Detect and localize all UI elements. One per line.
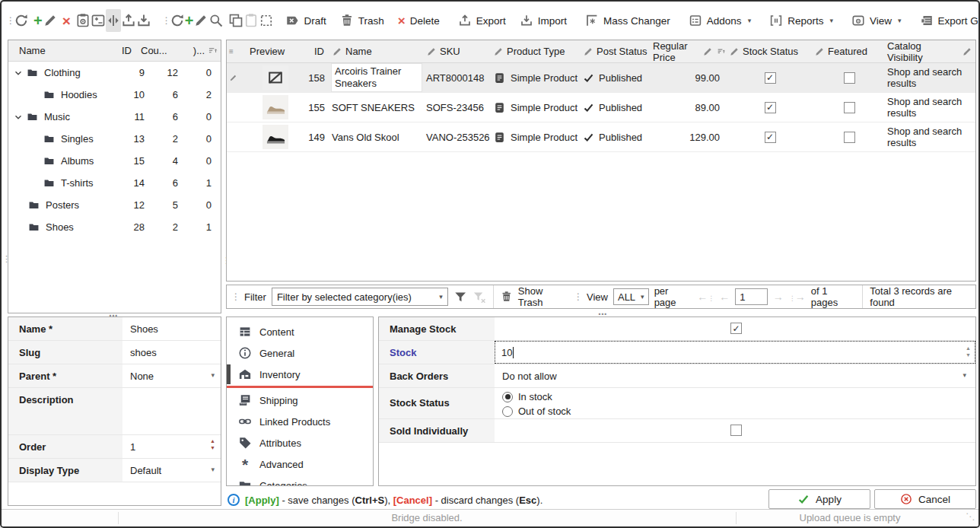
cell-id[interactable]: 158 bbox=[303, 63, 327, 92]
tree-column-name[interactable]: Name bbox=[8, 45, 113, 56]
mass-changer-button[interactable]: Mass Changer bbox=[578, 9, 677, 32]
reports-button[interactable]: Reports▾ bbox=[762, 9, 840, 32]
cell-id[interactable]: 149 bbox=[303, 122, 327, 151]
tree-column-order[interactable]: )... bbox=[174, 45, 208, 56]
cell-product-type[interactable]: Simple Product bbox=[493, 122, 580, 151]
checkbox-checked[interactable]: ✓ bbox=[765, 72, 776, 84]
delete-button[interactable]: × bbox=[62, 9, 71, 32]
show-trash-label[interactable]: Show Trash bbox=[518, 285, 568, 308]
cell-sku[interactable]: VANO-253526 bbox=[426, 122, 492, 151]
column-catalog-visibility[interactable]: Catalog Visibility bbox=[887, 40, 974, 62]
cell-post-status[interactable]: Published bbox=[583, 122, 653, 151]
cell-name[interactable]: Arcoiris Trainer Sneakers bbox=[332, 63, 422, 92]
column-id[interactable]: ID bbox=[303, 40, 327, 62]
menu-icon[interactable]: ≡ bbox=[227, 47, 234, 56]
product-thumbnail[interactable] bbox=[262, 95, 288, 119]
tree-row-posters[interactable]: Posters 1250 bbox=[8, 194, 221, 216]
tree-row-shoes[interactable]: Shoes 2821 bbox=[8, 216, 221, 238]
manage-stock-checkbox[interactable]: ✓ bbox=[730, 323, 742, 334]
export-grid-button[interactable]: Export Grid▾ bbox=[913, 9, 980, 32]
cell-id[interactable]: 155 bbox=[303, 93, 327, 122]
chevron-down-icon[interactable] bbox=[13, 112, 24, 122]
resize-grip-icon[interactable]: ⋱ bbox=[966, 511, 975, 522]
tab-attributes[interactable]: Attributes bbox=[227, 432, 373, 453]
order-stepper[interactable]: 1▲▼ bbox=[123, 435, 221, 458]
cell-sku[interactable]: SOFS-23456 bbox=[426, 93, 492, 122]
checkbox-checked[interactable]: ✓ bbox=[765, 132, 776, 143]
split-columns-button[interactable] bbox=[106, 9, 121, 32]
cell-visibility[interactable]: Shop and search results bbox=[887, 63, 974, 92]
tree-row-tshirts[interactable]: T-shirts 1461 bbox=[8, 172, 221, 194]
horizontal-splitter-handle[interactable]: ... bbox=[598, 309, 607, 313]
view-button[interactable]: View▾ bbox=[845, 9, 908, 32]
column-sku[interactable]: SKU bbox=[426, 40, 492, 62]
filter-grip[interactable]: ⋮ bbox=[574, 291, 581, 302]
column-preview[interactable]: Preview bbox=[239, 40, 312, 62]
product-thumbnail[interactable] bbox=[262, 125, 288, 149]
cell-price[interactable]: 99.00 bbox=[653, 63, 726, 92]
edit-button[interactable] bbox=[43, 9, 58, 32]
tab-advanced[interactable]: *Advanced bbox=[227, 453, 373, 475]
chevron-down-icon[interactable] bbox=[13, 68, 24, 78]
tab-general[interactable]: General bbox=[227, 342, 373, 364]
cell-post-status[interactable]: Published bbox=[583, 93, 653, 122]
upload-button[interactable] bbox=[121, 9, 136, 32]
paste-button[interactable] bbox=[243, 9, 259, 32]
tab-shipping[interactable]: Shipping bbox=[227, 390, 373, 411]
tree-row-clothing[interactable]: Clothing 9120 bbox=[8, 62, 221, 84]
grid-add-button[interactable]: + bbox=[185, 9, 194, 32]
stock-input[interactable]: 10 ▲▼ bbox=[495, 341, 975, 364]
image-adjust-button[interactable] bbox=[91, 9, 106, 32]
draft-button[interactable]: Draft bbox=[278, 9, 332, 32]
tree-column-count[interactable]: Cou... bbox=[141, 45, 174, 56]
toolbar-grip[interactable]: ⋮ bbox=[162, 15, 170, 26]
cell-product-type[interactable]: Simple Product bbox=[493, 63, 580, 92]
clear-filter-icon[interactable] bbox=[473, 290, 486, 304]
cell-visibility[interactable]: Shop and search results bbox=[887, 93, 974, 122]
delete-record-button[interactable]: ×Delete bbox=[391, 9, 447, 32]
name-field[interactable]: Shoes bbox=[123, 317, 221, 340]
no-image-thumbnail[interactable] bbox=[262, 65, 288, 90]
next-page-button[interactable]: → bbox=[773, 291, 784, 303]
cell-price[interactable]: 129.00 bbox=[653, 122, 726, 151]
cell-post-status[interactable]: Published bbox=[583, 63, 653, 92]
filter-grip[interactable]: ⋮ bbox=[231, 291, 239, 302]
search-button[interactable] bbox=[208, 9, 224, 32]
filter-dropdown[interactable]: Filter by selected category(ies) ▾ bbox=[272, 288, 448, 306]
tree-row-music[interactable]: Music 1160 bbox=[8, 106, 221, 128]
column-product-type[interactable]: Product Type bbox=[493, 40, 580, 62]
cell-name[interactable]: Vans Old Skool bbox=[332, 122, 422, 151]
back-orders-select[interactable]: Do not allow▾ bbox=[495, 364, 975, 387]
column-name[interactable]: Name bbox=[332, 40, 422, 62]
tree-column-id[interactable]: ID bbox=[113, 45, 141, 56]
trash-button[interactable]: Trash bbox=[333, 9, 391, 32]
product-row[interactable]: 155 SOFT SNEAKERS SOFS-23456 Simple Prod… bbox=[227, 93, 975, 122]
last-page-button[interactable]: ⋮→ bbox=[789, 291, 806, 303]
cell-product-type[interactable]: Simple Product bbox=[493, 93, 580, 122]
grid-refresh-button[interactable] bbox=[170, 9, 185, 32]
sort-icon[interactable] bbox=[208, 46, 218, 56]
display-type-select[interactable]: Default▾ bbox=[123, 459, 221, 482]
download-button[interactable] bbox=[136, 9, 151, 32]
refresh-button[interactable] bbox=[14, 9, 29, 32]
toolbar-grip[interactable]: ⋮ bbox=[6, 15, 14, 26]
tab-inventory[interactable]: Inventory bbox=[227, 364, 373, 385]
column-featured[interactable]: Featured bbox=[814, 40, 884, 62]
product-row[interactable]: 149 Vans Old Skool VANO-253526 Simple Pr… bbox=[227, 122, 975, 152]
cell-visibility[interactable]: Shop and search results bbox=[887, 122, 974, 151]
tree-row-singles[interactable]: Singles 1320 bbox=[8, 128, 221, 150]
checkbox-unchecked[interactable] bbox=[844, 72, 855, 84]
out-of-stock-radio[interactable]: Out of stock bbox=[502, 404, 975, 418]
cell-stock-status[interactable]: ✓ bbox=[729, 63, 811, 92]
page-number-input[interactable]: 1 bbox=[735, 288, 768, 305]
checkbox-unchecked[interactable] bbox=[844, 102, 855, 113]
in-stock-radio[interactable]: In stock bbox=[502, 390, 975, 404]
trash-icon[interactable] bbox=[501, 291, 512, 303]
cancel-button[interactable]: Cancel bbox=[874, 489, 976, 509]
tree-row-hoodies[interactable]: Hoodies 1062 bbox=[8, 84, 221, 106]
preview-clipboard-button[interactable] bbox=[75, 9, 91, 32]
column-post-status[interactable]: Post Status bbox=[583, 40, 653, 62]
add-button[interactable]: + bbox=[33, 9, 43, 32]
tab-content[interactable]: Content bbox=[227, 321, 373, 342]
checkbox-unchecked[interactable] bbox=[844, 132, 855, 143]
